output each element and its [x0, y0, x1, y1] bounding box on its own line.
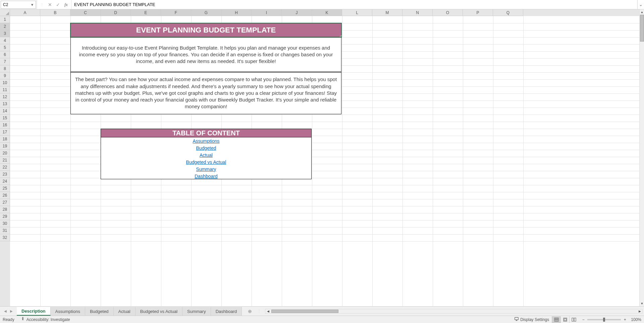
column-header-J[interactable]: J: [282, 9, 312, 16]
toc-link-budgeted-vs-actual[interactable]: Budgeted vs Actual: [186, 159, 226, 165]
row-header-1[interactable]: 1: [0, 16, 10, 23]
scroll-left-icon[interactable]: ◀: [265, 309, 271, 313]
row-header-18[interactable]: 18: [0, 136, 10, 143]
column-header-H[interactable]: H: [221, 9, 252, 16]
vertical-scrollbar[interactable]: ▲ ▼: [639, 9, 644, 306]
row-header-7[interactable]: 7: [0, 58, 10, 65]
accessibility-status[interactable]: Accessibility: Investigate: [20, 317, 70, 322]
toc-link-budgeted[interactable]: Budgeted: [196, 145, 216, 151]
row-header-22[interactable]: 22: [0, 164, 10, 171]
toc-link-dashboard[interactable]: Dashboard: [195, 174, 218, 179]
v-scroll-thumb[interactable]: [640, 15, 644, 42]
sheet-tab-dashboard[interactable]: Dashboard: [211, 307, 242, 316]
column-header-D[interactable]: D: [101, 9, 131, 16]
select-all-corner[interactable]: [0, 9, 10, 16]
column-header-C[interactable]: C: [70, 9, 101, 16]
column-header-G[interactable]: G: [191, 9, 221, 16]
row-header-14[interactable]: 14: [0, 108, 10, 115]
row-header-10[interactable]: 10: [0, 79, 10, 86]
row-header-4[interactable]: 4: [0, 37, 10, 44]
tab-next-icon[interactable]: ▶: [9, 308, 14, 314]
row-header-12[interactable]: 12: [0, 93, 10, 101]
sheet-tab-budgeted-vs-actual[interactable]: Budgeted vs Actual: [136, 307, 182, 316]
toc-link-assumptions[interactable]: Assumptions: [193, 138, 219, 144]
formula-input[interactable]: EVENT PLANNING BUDGET TEMPLATE: [71, 0, 637, 9]
scroll-up-icon[interactable]: ▲: [640, 9, 644, 15]
paragraph1-text: Introducing our easy-to-use Event Planni…: [73, 45, 338, 65]
formula-expand-icon[interactable]: ⌄: [637, 0, 644, 9]
page-layout-view-button[interactable]: [560, 316, 569, 323]
column-headers: ABCDEFGHIJKLMNOPQ: [10, 9, 639, 16]
normal-view-button[interactable]: [552, 316, 560, 323]
fx-icon[interactable]: fx: [62, 1, 70, 8]
row-header-13[interactable]: 13: [0, 101, 10, 108]
zoom-out-button[interactable]: −: [581, 317, 586, 322]
h-scroll-thumb[interactable]: [271, 310, 338, 313]
page-break-view-button[interactable]: [569, 316, 578, 323]
row-header-26[interactable]: 26: [0, 192, 10, 199]
toc-link-actual[interactable]: Actual: [200, 152, 213, 158]
row-header-19[interactable]: 19: [0, 143, 10, 150]
toc-link-summary[interactable]: Summary: [196, 167, 216, 172]
row-header-28[interactable]: 28: [0, 206, 10, 213]
column-header-B[interactable]: B: [40, 9, 70, 16]
row-header-5[interactable]: 5: [0, 44, 10, 51]
sheet-tab-description[interactable]: Description: [17, 307, 51, 316]
sheet-tab-summary[interactable]: Summary: [182, 307, 211, 316]
svg-rect-9: [574, 318, 576, 321]
formula-controls: ⋮ ✕ ✓ fx: [37, 0, 71, 9]
tab-prev-icon[interactable]: ◀: [3, 308, 8, 314]
horizontal-scrollbar[interactable]: ◀ ▶: [265, 309, 643, 314]
new-sheet-button[interactable]: ⊕: [245, 309, 255, 314]
display-settings-text: Display Settings: [520, 317, 549, 322]
sheet-tabs-bar: ◀ ▶ DescriptionAssumptionsBudgetedActual…: [0, 306, 644, 316]
column-header-F[interactable]: F: [161, 9, 191, 16]
row-header-17[interactable]: 17: [0, 129, 10, 136]
row-header-21[interactable]: 21: [0, 157, 10, 164]
column-header-K[interactable]: K: [312, 9, 342, 16]
row-header-16[interactable]: 16: [0, 122, 10, 129]
row-header-20[interactable]: 20: [0, 150, 10, 157]
column-header-L[interactable]: L: [342, 9, 372, 16]
row-header-27[interactable]: 27: [0, 199, 10, 206]
column-header-P[interactable]: P: [463, 9, 493, 16]
column-header-A[interactable]: A: [10, 9, 40, 16]
column-header-I[interactable]: I: [252, 9, 282, 16]
cells-area[interactable]: EVENT PLANNING BUDGET TEMPLATE Introduci…: [10, 16, 639, 306]
row-header-23[interactable]: 23: [0, 171, 10, 178]
row-header-9[interactable]: 9: [0, 72, 10, 79]
sheet-tab-assumptions[interactable]: Assumptions: [51, 307, 85, 316]
row-header-25[interactable]: 25: [0, 185, 10, 192]
row-header-15[interactable]: 15: [0, 115, 10, 122]
row-header-3[interactable]: 3: [0, 30, 10, 37]
sheet-tab-budgeted[interactable]: Budgeted: [85, 307, 114, 316]
row-header-11[interactable]: 11: [0, 86, 10, 93]
name-box[interactable]: C2 ▾: [1, 1, 36, 9]
display-settings-icon: [514, 317, 519, 322]
row-headers: 1234567891011121314151617181920212223242…: [0, 16, 10, 306]
name-box-dropdown-icon[interactable]: ▾: [30, 2, 35, 7]
row-header-24[interactable]: 24: [0, 178, 10, 185]
row-header-29[interactable]: 29: [0, 213, 10, 220]
row-header-6[interactable]: 6: [0, 51, 10, 58]
row-header-30[interactable]: 30: [0, 220, 10, 227]
sheet-tab-actual[interactable]: Actual: [114, 307, 136, 316]
v-scroll-track[interactable]: [640, 15, 644, 301]
cancel-formula-icon[interactable]: ✕: [46, 1, 54, 8]
scroll-right-icon[interactable]: ▶: [637, 309, 642, 313]
row-header-2[interactable]: 2: [0, 23, 10, 30]
row-header-8[interactable]: 8: [0, 65, 10, 72]
zoom-slider[interactable]: [587, 319, 621, 320]
column-header-Q[interactable]: Q: [493, 9, 523, 16]
row-header-31[interactable]: 31: [0, 227, 10, 234]
zoom-in-button[interactable]: +: [622, 317, 628, 322]
column-header-N[interactable]: N: [402, 9, 433, 16]
display-settings-button[interactable]: Display Settings: [514, 317, 549, 322]
column-header-M[interactable]: M: [372, 9, 402, 16]
scroll-down-icon[interactable]: ▼: [640, 301, 644, 306]
column-header-E[interactable]: E: [131, 9, 161, 16]
enter-formula-icon[interactable]: ✓: [54, 1, 62, 8]
row-header-32[interactable]: 32: [0, 234, 10, 241]
zoom-slider-thumb[interactable]: [603, 318, 605, 322]
column-header-O[interactable]: O: [433, 9, 463, 16]
